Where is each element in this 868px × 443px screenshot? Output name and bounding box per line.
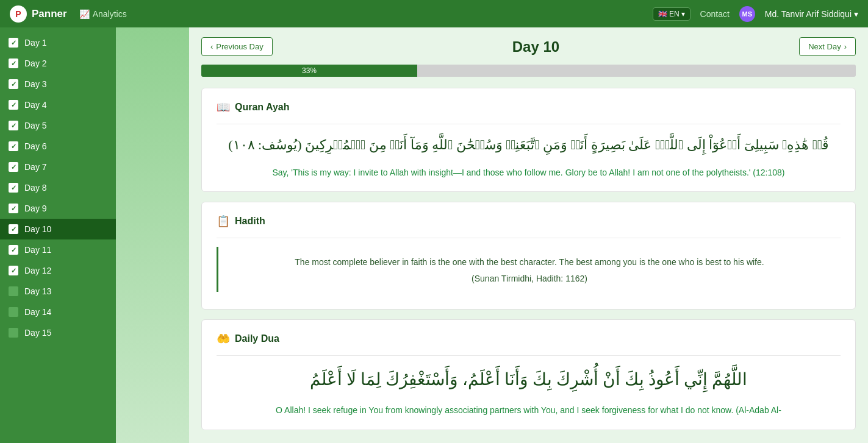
navbar-left: P Panner 📈 Analytics bbox=[10, 5, 127, 23]
sidebar-label-day-1: Day 1 bbox=[24, 38, 47, 48]
sidebar-label-day-4: Day 4 bbox=[24, 100, 47, 110]
hadith-source: (Sunan Tirmidhi, Hadith: 1162) bbox=[231, 274, 828, 283]
quran-translation: Say, 'This is my way: I invite to Allah … bbox=[217, 166, 841, 179]
checkbox-day-9 bbox=[9, 204, 18, 213]
dua-card-title: 🤲 Daily Dua bbox=[217, 332, 841, 346]
navbar: P Panner 📈 Analytics 🇬🇧 EN ▾ Contact MS … bbox=[0, 0, 868, 27]
checkbox-day-6 bbox=[9, 141, 18, 151]
checkbox-day-8 bbox=[9, 183, 18, 193]
logo-icon: P bbox=[10, 5, 27, 23]
checkbox-day-12 bbox=[9, 266, 18, 275]
quran-arabic-text: قُلۡ هَٰذِهِۦ سَبِيلِىٓ أَدۡعُوٓاْ إِلَى… bbox=[217, 133, 841, 157]
user-avatar: MS bbox=[739, 6, 755, 22]
chevron-left-icon: ‹ bbox=[210, 42, 213, 51]
checkbox-day-10 bbox=[9, 224, 18, 234]
checkbox-day-13 bbox=[9, 286, 18, 296]
hadith-text: The most complete believer in faith is t… bbox=[231, 255, 828, 270]
dua-translation: O Allah! I seek refuge in You from knowi… bbox=[217, 403, 841, 417]
user-name-button[interactable]: Md. Tanvir Arif Siddiqui ▾ bbox=[765, 9, 858, 19]
daily-dua-card: 🤲 Daily Dua اللَّهُمَّ إِنِّي أَعُوذُ بِ… bbox=[201, 319, 856, 430]
next-day-button[interactable]: Next Day › bbox=[799, 37, 856, 56]
app-name: Panner bbox=[32, 8, 67, 20]
quran-card-title: 📖 Quran Ayah bbox=[217, 101, 841, 114]
sidebar-label-day-3: Day 3 bbox=[24, 79, 47, 89]
progress-fill: 33% bbox=[201, 65, 417, 77]
chevron-down-icon: ▾ bbox=[854, 9, 858, 19]
previous-day-button[interactable]: ‹ Previous Day bbox=[201, 37, 273, 56]
sidebar-item-day-3[interactable]: Day 3 bbox=[0, 74, 116, 94]
checkbox-day-3 bbox=[9, 79, 18, 89]
checkbox-day-2 bbox=[9, 58, 18, 68]
sidebar-label-day-15: Day 15 bbox=[24, 328, 51, 338]
quran-divider bbox=[217, 124, 841, 124]
checkbox-day-11 bbox=[9, 245, 18, 255]
sidebar-label-day-13: Day 13 bbox=[24, 286, 51, 296]
gradient-panel bbox=[116, 27, 189, 443]
sidebar-item-day-11[interactable]: Day 11 bbox=[0, 239, 116, 260]
navbar-right: 🇬🇧 EN ▾ Contact MS Md. Tanvir Arif Siddi… bbox=[653, 6, 858, 22]
checkbox-day-14 bbox=[9, 307, 18, 317]
checkbox-day-5 bbox=[9, 121, 18, 130]
checkbox-day-7 bbox=[9, 162, 18, 172]
sidebar-item-day-9[interactable]: Day 9 bbox=[0, 198, 116, 219]
hadith-quote-block: The most complete believer in faith is t… bbox=[217, 247, 841, 292]
sidebar-item-day-8[interactable]: Day 8 bbox=[0, 177, 116, 198]
sidebar-item-day-10[interactable]: Day 10 bbox=[0, 219, 116, 239]
sidebar-item-day-12[interactable]: Day 12 bbox=[0, 260, 116, 281]
sidebar-label-day-9: Day 9 bbox=[24, 204, 47, 213]
day-header: ‹ Previous Day Day 10 Next Day › bbox=[201, 37, 856, 56]
sidebar-label-day-2: Day 2 bbox=[24, 58, 47, 68]
hadith-card: 📋 Hadith The most complete believer in f… bbox=[201, 202, 856, 310]
sidebar-label-day-7: Day 7 bbox=[24, 162, 47, 172]
dua-divider bbox=[217, 355, 841, 356]
sidebar-item-day-15[interactable]: Day 15 bbox=[0, 322, 116, 343]
dua-arabic-text: اللَّهُمَّ إِنِّي أَعُوذُ بِكَ أَنْ أُشْ… bbox=[217, 364, 841, 395]
sidebar-label-day-6: Day 6 bbox=[24, 141, 47, 151]
contact-link[interactable]: Contact bbox=[700, 9, 730, 19]
sidebar-item-day-7[interactable]: Day 7 bbox=[0, 157, 116, 177]
chevron-right-icon: › bbox=[844, 42, 847, 51]
checkbox-day-1 bbox=[9, 38, 18, 48]
sidebar-label-day-5: Day 5 bbox=[24, 121, 47, 130]
sidebar-label-day-11: Day 11 bbox=[24, 245, 51, 255]
quran-ayah-card: 📖 Quran Ayah قُلۡ هَٰذِهِۦ سَبِيلِىٓ أَد… bbox=[201, 88, 856, 192]
sidebar-item-day-6[interactable]: Day 6 bbox=[0, 136, 116, 157]
sidebar-item-day-2[interactable]: Day 2 bbox=[0, 53, 116, 74]
checkbox-day-15 bbox=[9, 328, 18, 338]
language-button[interactable]: 🇬🇧 EN ▾ bbox=[653, 7, 690, 21]
sidebar-label-day-12: Day 12 bbox=[24, 266, 51, 275]
progress-label: 33% bbox=[302, 66, 317, 75]
hadith-card-title: 📋 Hadith bbox=[217, 214, 841, 228]
progress-bar: 33% bbox=[201, 65, 856, 77]
chart-icon: 📈 bbox=[79, 9, 90, 19]
hadith-icon: 📋 bbox=[217, 214, 230, 228]
content-area: ‹ Previous Day Day 10 Next Day › 33% 📖 Q… bbox=[189, 27, 868, 443]
chevron-down-icon: ▾ bbox=[681, 10, 685, 18]
logo-area: P Panner bbox=[10, 5, 67, 23]
sidebar-item-day-1[interactable]: Day 1 bbox=[0, 32, 116, 53]
sidebar-item-day-5[interactable]: Day 5 bbox=[0, 115, 116, 136]
analytics-link[interactable]: 📈 Analytics bbox=[79, 9, 127, 19]
sidebar-item-day-13[interactable]: Day 13 bbox=[0, 281, 116, 302]
sidebar-item-day-4[interactable]: Day 4 bbox=[0, 94, 116, 115]
hadith-divider bbox=[217, 238, 841, 238]
sidebar-item-day-14[interactable]: Day 14 bbox=[0, 302, 116, 322]
sidebar: Day 1Day 2Day 3Day 4Day 5Day 6Day 7Day 8… bbox=[0, 27, 116, 443]
day-title: Day 10 bbox=[512, 38, 559, 55]
checkbox-day-4 bbox=[9, 100, 18, 110]
quran-icon: 📖 bbox=[217, 101, 230, 114]
main-layout: Day 1Day 2Day 3Day 4Day 5Day 6Day 7Day 8… bbox=[0, 27, 868, 443]
sidebar-label-day-14: Day 14 bbox=[24, 307, 51, 317]
flag-icon: 🇬🇧 bbox=[658, 10, 667, 18]
dua-icon: 🤲 bbox=[217, 332, 230, 346]
sidebar-label-day-8: Day 8 bbox=[24, 183, 47, 193]
sidebar-label-day-10: Day 10 bbox=[24, 224, 51, 234]
